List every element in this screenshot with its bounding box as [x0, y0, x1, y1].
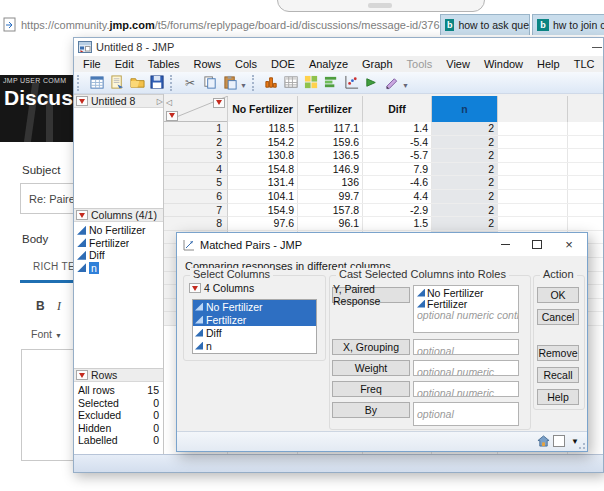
body-editor-area[interactable]	[21, 349, 81, 461]
font-dropdown[interactable]: Font ▼	[31, 328, 62, 340]
toolbar-grip[interactable]	[77, 75, 84, 91]
grid-cell[interactable]	[568, 149, 603, 163]
grid-cell[interactable]: 99.7	[298, 190, 363, 204]
grid-cell[interactable]	[498, 176, 568, 190]
column-item[interactable]: No Fertilizer	[74, 224, 163, 237]
by-field[interactable]: optional	[413, 402, 519, 426]
bold-button[interactable]: B	[36, 299, 45, 313]
menu-tlc[interactable]: TLC	[567, 56, 602, 72]
cut-icon[interactable]: ✂	[182, 75, 198, 91]
menu-edit[interactable]: Edit	[108, 56, 141, 72]
grid-cell[interactable]	[568, 190, 603, 204]
menu-cols[interactable]: Cols	[228, 56, 264, 72]
grid-cell[interactable]: 117.1	[298, 122, 363, 136]
grid-cell[interactable]: 2	[432, 149, 498, 163]
graph-builder-icon[interactable]	[324, 75, 340, 91]
grid-cell[interactable]: -2.9	[363, 204, 432, 218]
menu-file[interactable]: File	[76, 56, 108, 72]
columns-panel-header[interactable]: Columns (4/1)	[74, 208, 163, 222]
grid-cell[interactable]	[568, 163, 603, 177]
grid-cell[interactable]: 104.1	[228, 190, 298, 204]
grid-cell[interactable]	[568, 176, 603, 190]
grid-cell[interactable]: 2	[432, 217, 498, 231]
grid-cell[interactable]: -5.4	[363, 136, 432, 150]
grid-cell[interactable]: -4.6	[363, 176, 432, 190]
x-role-field[interactable]: optional	[413, 339, 519, 355]
grid-cell[interactable]	[568, 204, 603, 218]
grid-table-icon[interactable]	[304, 75, 320, 91]
grid-cell[interactable]: 96.1	[298, 217, 363, 231]
rows-menu-icon[interactable]	[166, 111, 178, 121]
save-icon[interactable]	[149, 75, 165, 91]
panel-expand-icon[interactable]: ▷	[157, 97, 163, 106]
menu-window[interactable]: Window	[477, 56, 530, 72]
select-columns-item[interactable]: No Fertilizer	[193, 300, 316, 313]
grid-cell[interactable]: 154.9	[228, 204, 298, 218]
y-role-field[interactable]: No FertilizerFertilizer optional numeric…	[413, 285, 519, 333]
red-triangle-menu-icon[interactable]	[76, 370, 88, 380]
row-number[interactable]: 5	[164, 176, 228, 190]
new-data-table-icon[interactable]	[89, 75, 105, 91]
y-paired-response-button[interactable]: Y, Paired Response	[332, 287, 410, 303]
menu-analyze[interactable]: Analyze	[302, 56, 355, 72]
minimize-button[interactable]	[592, 47, 602, 48]
home-icon[interactable]	[537, 435, 550, 447]
weight-button[interactable]: Weight	[332, 360, 410, 376]
tabulate-icon[interactable]	[284, 75, 300, 91]
grid-cell[interactable]: 131.4	[228, 176, 298, 190]
grid-cell[interactable]	[568, 136, 603, 150]
row-number[interactable]: 3	[164, 149, 228, 163]
remove-button[interactable]: Remove	[537, 345, 579, 361]
ok-button[interactable]: OK	[537, 287, 579, 303]
grid-cell[interactable]	[498, 217, 568, 231]
dialog-title-bar[interactable]: Matched Pairs - JMP ×	[177, 233, 587, 256]
grid-cell[interactable]: 154.8	[228, 163, 298, 177]
formula-pen-icon[interactable]	[384, 75, 400, 91]
grid-cell[interactable]: 1.5	[363, 217, 432, 231]
columns-menu-icon[interactable]	[213, 98, 225, 108]
select-columns-item[interactable]: n	[193, 339, 316, 352]
grid-cell[interactable]: 1.4	[363, 122, 432, 136]
grid-cell[interactable]: 2	[432, 163, 498, 177]
table-panel-header[interactable]: Untitled 8 ▷	[74, 94, 163, 108]
red-triangle-menu-icon[interactable]	[189, 283, 201, 293]
distribution-icon[interactable]	[264, 75, 280, 91]
grid-cell[interactable]: 2	[432, 136, 498, 150]
freq-button[interactable]: Freq	[332, 381, 410, 397]
grid-cell[interactable]	[498, 163, 568, 177]
grid-cell[interactable]: 4.4	[363, 190, 432, 204]
grid-cell[interactable]: -5.7	[363, 149, 432, 163]
grid-cell[interactable]: 2	[432, 190, 498, 204]
grid-cell[interactable]	[498, 204, 568, 218]
toolbar-grip[interactable]	[170, 75, 177, 91]
collapse-panel-icon[interactable]: ◁	[166, 98, 172, 107]
column-header-Fertilizer[interactable]: Fertilizer	[298, 96, 363, 122]
row-number[interactable]: 8	[164, 217, 228, 231]
grid-cell[interactable]	[568, 217, 603, 231]
open-icon[interactable]	[129, 75, 145, 91]
y-role-item[interactable]: No Fertilizer	[417, 287, 515, 298]
jmp-title-bar[interactable]: Untitled 8 - JMP	[74, 38, 603, 56]
select-columns-item[interactable]: Fertilizer	[193, 313, 316, 326]
dialog-close-button[interactable]: ×	[553, 233, 585, 256]
row-number[interactable]: 6	[164, 190, 228, 204]
resize-grip[interactable]	[577, 441, 586, 450]
menu-view[interactable]: View	[439, 56, 477, 72]
red-triangle-menu-icon[interactable]	[76, 96, 88, 106]
grid-cell[interactable]: 2	[432, 122, 498, 136]
dialog-minimize-button[interactable]	[489, 233, 521, 256]
by-button[interactable]: By	[332, 402, 410, 418]
toolbar-grip[interactable]	[252, 75, 259, 91]
run-script-icon[interactable]	[364, 75, 380, 91]
toolbar-overflow-icon[interactable]: ▼	[240, 82, 247, 89]
grid-cell[interactable]: 7.9	[363, 163, 432, 177]
y-role-item[interactable]: Fertilizer	[417, 298, 515, 309]
row-number[interactable]: 2	[164, 136, 228, 150]
new-journal-icon[interactable]	[109, 75, 125, 91]
column-header-No Fertilizer[interactable]: No Fertilizer	[228, 96, 298, 122]
italic-button[interactable]: I	[57, 299, 61, 314]
column-header-empty[interactable]	[498, 96, 568, 122]
menu-graph[interactable]: Graph	[355, 56, 400, 72]
column-item[interactable]: Fertilizer	[74, 237, 163, 250]
browser-tab-2[interactable]: b hw to join co	[532, 14, 604, 35]
